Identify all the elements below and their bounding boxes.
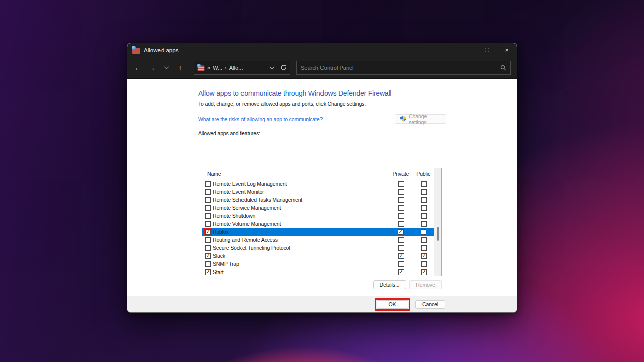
breadcrumb-collapse[interactable]: «: [207, 65, 210, 71]
list-header: Name Private Public: [202, 168, 441, 179]
titlebar: Allowed apps ×: [127, 43, 517, 57]
app-enable-checkbox[interactable]: [205, 213, 211, 219]
private-checkbox[interactable]: [398, 261, 404, 267]
uac-shield-icon: [400, 116, 406, 122]
public-checkbox[interactable]: ✓: [421, 253, 427, 259]
app-row[interactable]: Remote Volume Management: [202, 220, 441, 228]
app-row[interactable]: Routing and Remote Access: [202, 236, 441, 244]
column-header-name[interactable]: Name: [202, 171, 389, 177]
search-icon[interactable]: [500, 65, 506, 71]
private-checkbox[interactable]: [398, 213, 404, 219]
app-enable-checkbox[interactable]: [205, 237, 211, 243]
allowed-apps-window: Allowed apps × ← → ↑ « W... › Allo...: [127, 43, 517, 313]
column-header-public[interactable]: Public: [412, 168, 434, 179]
app-enable-checkbox[interactable]: ✓: [205, 253, 211, 259]
private-checkbox[interactable]: [398, 205, 404, 211]
app-enable-checkbox[interactable]: [205, 181, 211, 187]
list-scrollbar[interactable]: [434, 168, 441, 276]
allowed-apps-list: Name Private Public Remote Event Log Man…: [202, 168, 442, 276]
column-header-private[interactable]: Private: [389, 168, 412, 179]
window-title: Allowed apps: [144, 47, 178, 53]
app-name: Routing and Remote Access: [213, 237, 278, 243]
list-label: Allowed apps and features:: [198, 130, 446, 136]
private-checkbox[interactable]: ✓: [398, 269, 404, 275]
app-enable-checkbox[interactable]: [205, 197, 211, 203]
chevron-down-icon: [164, 64, 169, 69]
app-row[interactable]: ✓Roblox✓: [202, 228, 435, 236]
app-row[interactable]: Remote Service Management: [202, 204, 441, 212]
private-checkbox[interactable]: [398, 189, 404, 195]
cancel-button[interactable]: Cancel: [415, 300, 445, 309]
private-checkbox[interactable]: [398, 221, 404, 227]
recent-pages-button[interactable]: [159, 61, 173, 74]
public-checkbox[interactable]: [421, 237, 427, 243]
private-checkbox[interactable]: [398, 181, 404, 187]
app-enable-checkbox[interactable]: [205, 205, 211, 211]
public-checkbox[interactable]: [421, 197, 427, 203]
desktop: { "window": { "title": "Allowed apps", "…: [0, 0, 644, 362]
app-row[interactable]: SNMP Trap: [202, 260, 441, 268]
app-enable-checkbox[interactable]: [205, 189, 211, 195]
app-name: Remote Volume Management: [213, 221, 281, 227]
app-row[interactable]: Remote Event Monitor: [202, 188, 441, 196]
forward-button[interactable]: →: [145, 61, 158, 74]
navigation-toolbar: ← → ↑ « W... › Allo...: [127, 57, 517, 79]
search-box[interactable]: [296, 61, 511, 75]
firewall-breadcrumb-icon: [198, 65, 205, 71]
public-checkbox[interactable]: [421, 205, 427, 211]
private-checkbox[interactable]: ✓: [398, 253, 404, 259]
scrollbar-thumb[interactable]: [437, 227, 439, 241]
refresh-icon[interactable]: [280, 64, 287, 71]
app-row[interactable]: ✓Slack✓✓: [202, 252, 441, 260]
private-checkbox[interactable]: ✓: [398, 229, 404, 235]
remove-button[interactable]: Remove: [409, 280, 442, 289]
up-icon: ↑: [179, 64, 182, 72]
back-icon: ←: [134, 64, 141, 72]
public-checkbox[interactable]: [421, 189, 427, 195]
page-title: Allow apps to communicate through Window…: [198, 89, 446, 97]
minimize-icon: [464, 50, 469, 50]
address-dropdown-icon[interactable]: [270, 64, 275, 69]
app-enable-checkbox[interactable]: [205, 261, 211, 267]
public-checkbox[interactable]: [421, 261, 427, 267]
minimize-button[interactable]: [456, 43, 476, 57]
breadcrumb-segment-parent[interactable]: W...: [213, 65, 222, 71]
private-checkbox[interactable]: [398, 197, 404, 203]
public-checkbox[interactable]: [421, 245, 427, 251]
maximize-icon: [485, 48, 489, 52]
search-input[interactable]: [301, 65, 497, 71]
public-checkbox[interactable]: [421, 229, 426, 235]
public-checkbox[interactable]: [421, 221, 427, 227]
app-enable-checkbox[interactable]: [205, 221, 211, 227]
details-button[interactable]: Details...: [373, 280, 406, 289]
public-checkbox[interactable]: [421, 213, 427, 219]
change-settings-button[interactable]: Change settings: [395, 114, 446, 124]
firewall-app-icon: [132, 48, 140, 54]
app-row[interactable]: ✓Start✓✓: [202, 268, 441, 276]
app-name: Remote Service Management: [213, 205, 281, 211]
app-name: Remote Shutdown: [213, 213, 255, 219]
private-checkbox[interactable]: [398, 237, 404, 243]
up-button[interactable]: ↑: [174, 61, 187, 74]
app-row[interactable]: Remote Shutdown: [202, 212, 441, 220]
app-row[interactable]: Remote Scheduled Tasks Management: [202, 196, 441, 204]
ok-button[interactable]: OK: [377, 300, 408, 309]
public-checkbox[interactable]: ✓: [421, 269, 427, 275]
app-row[interactable]: Secure Socket Tunneling Protocol: [202, 244, 441, 252]
back-button[interactable]: ←: [131, 61, 144, 74]
risks-link[interactable]: What are the risks of allowing an app to…: [198, 116, 323, 122]
ok-annotation-box: OK: [375, 298, 410, 311]
app-enable-checkbox[interactable]: [205, 245, 211, 251]
maximize-button[interactable]: [476, 43, 497, 57]
app-list-rows: Remote Event Log ManagementRemote Event …: [202, 179, 441, 276]
address-bar[interactable]: « W... › Allo...: [194, 61, 290, 75]
app-row[interactable]: Remote Event Log Management: [202, 179, 441, 188]
close-button[interactable]: ×: [497, 43, 517, 57]
private-checkbox[interactable]: [398, 245, 404, 251]
close-icon: ×: [505, 46, 509, 54]
app-enable-checkbox[interactable]: ✓: [205, 269, 211, 275]
breadcrumb-segment-current[interactable]: Allo...: [229, 65, 244, 71]
content-area: Allow apps to communicate through Window…: [127, 79, 517, 297]
app-enable-checkbox[interactable]: ✓: [205, 229, 211, 235]
public-checkbox[interactable]: [421, 181, 427, 187]
